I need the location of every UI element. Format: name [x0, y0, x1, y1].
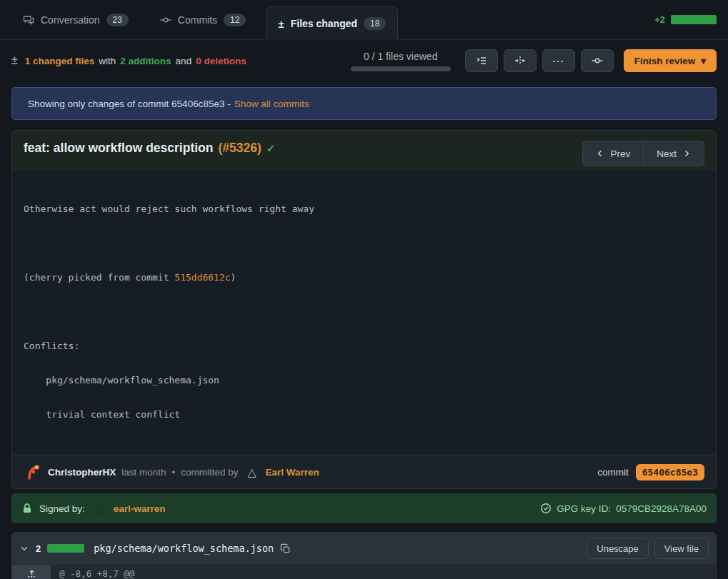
diff-file-header: 2 pkg/schema/workflow_schema.json Unesca… [12, 533, 716, 564]
files-viewed-label: 0 / 1 files viewed [364, 51, 438, 62]
signature-bar: Signed by: △ earl-warren GPG key ID: 057… [11, 493, 717, 523]
chevron-right-icon [682, 149, 691, 158]
tab-commits-label: Commits [178, 14, 217, 26]
prev-commit-button[interactable]: Prev [582, 141, 644, 166]
commit-sha-group: commit 65406c85e3 [597, 464, 704, 480]
commit-message-line: trivial context conflict [24, 409, 704, 421]
tab-files-label: Files changed [291, 18, 357, 29]
hunk-header-text: @ -8,6 +8,7 @@ [51, 565, 143, 579]
summary-and: and [176, 56, 192, 66]
notice-text: Showing only changes of commit 65406c85e… [28, 99, 231, 109]
commits-count-badge: 12 [224, 14, 246, 26]
tab-files-changed[interactable]: ± Files changed 18 [266, 6, 398, 40]
committer-avatar[interactable]: △ [244, 464, 260, 480]
collapse-file-chevron-icon[interactable] [19, 543, 29, 553]
tab-conversation[interactable]: Conversation 23 [11, 0, 140, 39]
committer-name[interactable]: Earl Warren [266, 467, 319, 478]
pr-tab-bar: Conversation 23 Commits 12 ± Files chang… [0, 0, 728, 40]
commit-navigation: Prev Next [582, 141, 704, 166]
commit-message-body: Otherwise act would reject such workflow… [12, 171, 716, 455]
files-viewed-progress: 0 / 1 files viewed [351, 51, 451, 71]
file-tree-toggle-button[interactable] [465, 49, 498, 72]
file-diff-stat-bar [47, 544, 84, 553]
gpg-key-value: 0579CB2928A78A00 [616, 503, 707, 514]
commit-date: last month [121, 467, 166, 478]
expand-hunk-up-button[interactable] [12, 565, 51, 579]
cherry-pick-text: (cherry picked from commit [24, 272, 174, 283]
changed-files-summary-row: ± 1 changed files with 2 additions and 0… [0, 40, 728, 81]
diff-file-panel: 2 pkg/schema/workflow_schema.json Unesca… [11, 532, 717, 579]
commit-message-line: (cherry picked from commit 515dd6612c) [24, 272, 704, 283]
lock-icon [21, 503, 33, 514]
cherry-pick-hash-link[interactable]: 515dd6612c [174, 272, 230, 283]
additions-count: +2 [654, 14, 665, 25]
summary-with: with [99, 56, 116, 66]
next-commit-button[interactable]: Next [644, 141, 704, 166]
review-controls: 0 / 1 files viewed ··· Finish review ▾ [351, 49, 717, 72]
commit-title: feat: allow workflow description (#5326)… [24, 141, 275, 156]
select-commit-button[interactable] [581, 49, 614, 72]
commit-title-text: feat: allow workflow description [24, 141, 213, 156]
signed-by-label: Signed by: [39, 503, 85, 514]
prev-label: Prev [610, 148, 630, 159]
next-label: Next [657, 148, 677, 159]
commit-detail-panel: feat: allow workflow description (#5326)… [11, 130, 717, 489]
show-all-commits-link[interactable]: Show all commits [234, 99, 309, 109]
commit-header: feat: allow workflow description (#5326)… [12, 131, 716, 171]
pull-request-files-page: Conversation 23 Commits 12 ± Files chang… [0, 0, 728, 579]
diff-stat-bar [671, 15, 717, 24]
copy-path-icon[interactable] [280, 543, 291, 554]
files-count-badge: 18 [364, 17, 386, 30]
deletions-text: 0 deletions [196, 56, 246, 66]
additions-text: 2 additions [120, 56, 171, 66]
chevron-left-icon [596, 149, 604, 158]
hunk-header-row: @ -8,6 +8,7 @@ [12, 564, 716, 579]
files-viewed-bar [351, 66, 451, 71]
finish-review-label: Finish review [634, 56, 696, 66]
conversation-count-badge: 23 [106, 14, 129, 26]
gpg-key-group: GPG key ID: 0579CB2928A78A00 [540, 503, 707, 514]
conversation-icon [23, 14, 34, 26]
tab-conversation-label: Conversation [41, 14, 100, 26]
cherry-pick-close: ) [231, 272, 236, 283]
finish-review-button[interactable]: Finish review ▾ [624, 49, 717, 72]
gpg-key-label: GPG key ID: [557, 503, 611, 514]
author-name[interactable]: ChristopherHX [48, 467, 116, 478]
commit-icon [160, 14, 171, 26]
commit-filter-notice: Showing only changes of commit 65406c85e… [11, 87, 717, 120]
commit-message-line: Conflicts: [24, 341, 704, 352]
view-file-button[interactable]: View file [654, 538, 709, 559]
dot-separator: • [172, 467, 176, 478]
commit-word: commit [597, 467, 629, 478]
commit-message-line: Otherwise act would reject such workflow… [24, 203, 704, 215]
caret-down-icon: ▾ [701, 55, 706, 66]
file-header-actions: Unescape View file [587, 538, 709, 559]
commit-sha-badge[interactable]: 65406c85e3 [636, 464, 704, 480]
unescape-button[interactable]: Unescape [587, 538, 649, 559]
more-options-button[interactable]: ··· [542, 49, 575, 72]
author-avatar[interactable] [24, 463, 42, 481]
changed-files-summary: ± 1 changed files with 2 additions and 0… [11, 54, 246, 67]
diff-icon: ± [278, 18, 284, 30]
signer-link[interactable]: earl-warren [114, 503, 166, 514]
diff-icon-small: ± [11, 54, 18, 67]
file-change-count: 2 [36, 543, 41, 554]
issue-link[interactable]: (#5326) [218, 141, 261, 156]
badge-check-icon [540, 503, 552, 514]
tab-commits[interactable]: Commits 12 [149, 0, 258, 39]
diff-view-style-button[interactable] [504, 49, 537, 72]
commit-author-row: ChristopherHX last month • committed by … [12, 455, 716, 488]
commit-message-line: pkg/schema/workflow_schema.json [24, 375, 704, 386]
signer-avatar[interactable]: △ [91, 500, 107, 516]
committed-by-label: committed by [181, 467, 238, 478]
changed-files-text[interactable]: 1 changed files [25, 56, 95, 66]
check-icon: ✓ [266, 142, 276, 155]
file-path[interactable]: pkg/schema/workflow_schema.json [94, 543, 274, 554]
pr-diff-stats: +2 [654, 0, 717, 39]
